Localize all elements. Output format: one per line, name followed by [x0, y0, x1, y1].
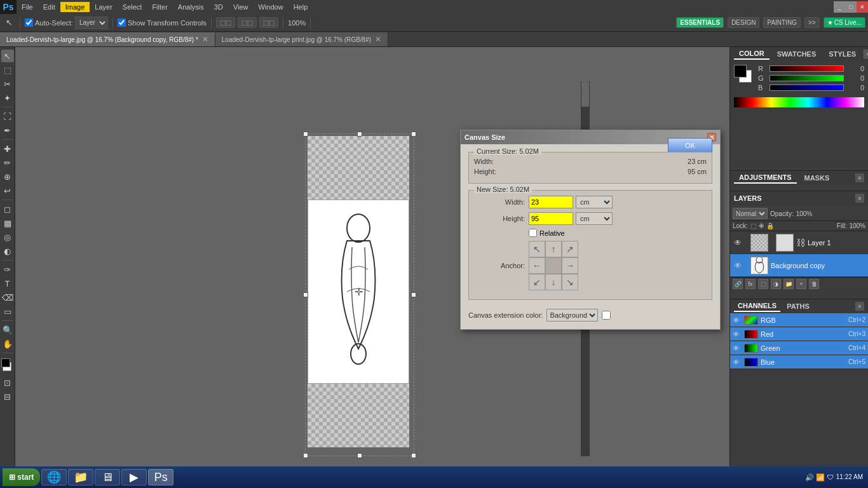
tool-text[interactable]: T	[1, 277, 14, 290]
layers-options-btn[interactable]: ≡	[855, 194, 864, 203]
menu-3d[interactable]: 3D	[209, 2, 228, 12]
tool-move[interactable]: ↖	[1, 50, 14, 62]
menu-file[interactable]: File	[17, 2, 38, 12]
anchor-tr[interactable]: ↗	[562, 241, 578, 257]
tab-channels[interactable]: CHANNELS	[734, 301, 780, 312]
handle-bl[interactable]	[303, 453, 308, 458]
canvas-content[interactable]: ✛	[308, 200, 409, 384]
layer-delete-btn[interactable]: 🗑	[809, 279, 819, 289]
maximize-button[interactable]: □	[845, 1, 857, 13]
layer-1-visibility[interactable]: 👁	[733, 238, 743, 248]
channel-row-blue[interactable]: 👁 Blue Ctrl+5	[730, 355, 868, 369]
lock-pos-icon[interactable]: ✙	[759, 222, 764, 229]
bg-copy-visibility[interactable]: 👁	[733, 261, 743, 271]
menu-view[interactable]: View	[228, 2, 254, 12]
cs-live-btn[interactable]: ★ CS Live...	[824, 17, 865, 28]
tool-zoom[interactable]: 🔍	[1, 323, 14, 336]
menu-window[interactable]: Window	[254, 2, 288, 12]
layer-folder-btn[interactable]: 📁	[783, 279, 794, 289]
tab-swatches[interactable]: SWATCHES	[772, 49, 822, 59]
g-slider-track[interactable]	[770, 75, 844, 81]
channel-row-rgb[interactable]: 👁 RGB Ctrl+2	[730, 313, 868, 327]
essentials-btn[interactable]: ESSENTIALS	[676, 17, 724, 28]
close-button[interactable]: ✕	[857, 1, 868, 13]
width-input[interactable]	[529, 196, 573, 208]
green-visibility[interactable]: 👁	[733, 344, 742, 352]
anchor-ml[interactable]: ←	[529, 257, 545, 274]
tool-screen-mode[interactable]: ⊟	[1, 390, 14, 403]
tool-heal[interactable]: ✚	[1, 142, 14, 155]
tool-path[interactable]: ⌫	[1, 291, 14, 304]
design-btn[interactable]: DESIGN	[728, 17, 759, 28]
auto-select-check[interactable]: Auto-Select: Layer	[25, 17, 108, 29]
minimize-button[interactable]: _	[834, 1, 845, 13]
tab-2-close[interactable]: ✕	[375, 35, 381, 44]
handle-bc[interactable]	[357, 453, 362, 458]
tab-1-close[interactable]: ✕	[202, 35, 208, 44]
menu-image[interactable]: Image	[60, 2, 90, 12]
menu-layer[interactable]: Layer	[90, 2, 118, 12]
fg-color-swatch[interactable]	[1, 358, 10, 367]
b-slider-track[interactable]	[770, 85, 844, 91]
anchor-bl[interactable]: ↙	[529, 274, 545, 290]
tool-quickmask[interactable]: ⊡	[1, 376, 14, 389]
menu-analysis[interactable]: Analysis	[173, 2, 209, 12]
handle-br[interactable]	[411, 453, 416, 458]
tool-lasso[interactable]: ✂	[1, 78, 14, 90]
color-picker[interactable]	[1, 358, 14, 374]
panel-options-btn[interactable]: ≡	[864, 50, 868, 58]
tab-paths[interactable]: PATHS	[783, 301, 813, 311]
adj-options-btn[interactable]: ≡	[855, 173, 864, 182]
layer-fx-btn[interactable]: fx	[745, 279, 756, 289]
tab-styles[interactable]: STYLES	[824, 49, 861, 59]
tool-shape[interactable]: ▭	[1, 305, 14, 318]
lock-pixel-icon[interactable]: ⬚	[750, 222, 756, 229]
tool-gradient[interactable]: ▩	[1, 217, 14, 229]
tool-eraser[interactable]: ◻	[1, 203, 14, 215]
start-button[interactable]: ⊞ start	[3, 468, 40, 486]
tool-blur[interactable]: ◎	[1, 231, 14, 243]
anchor-tl[interactable]: ↖	[529, 241, 545, 257]
tool-hand[interactable]: ✋	[1, 337, 14, 350]
align-btn2[interactable]: ⬚⬚	[238, 17, 257, 28]
align-btn1[interactable]: ⬚⬚	[216, 17, 235, 28]
anchor-mc[interactable]	[545, 257, 562, 274]
align-btn3[interactable]: ⬚⬚	[259, 17, 278, 28]
anchor-tc[interactable]: ↑	[545, 241, 562, 257]
tab-1[interactable]: Loaded-Dervish-tp-large.jpg @ 16.7% (Bac…	[0, 32, 215, 46]
relative-checkbox[interactable]	[529, 229, 537, 237]
channel-row-red[interactable]: 👁 Red Ctrl+3	[730, 327, 868, 341]
canvas-ext-select[interactable]: Background Foreground White Black Other.…	[546, 309, 598, 322]
layer-row-1[interactable]: 👁 ⛓ Layer 1	[730, 231, 868, 254]
tool-clone[interactable]: ⊕	[1, 170, 14, 183]
red-visibility[interactable]: 👁	[733, 330, 742, 338]
anchor-bc[interactable]: ↓	[545, 274, 562, 290]
auto-select-checkbox[interactable]	[25, 18, 33, 27]
tab-masks[interactable]: MASKS	[799, 173, 835, 183]
menu-edit[interactable]: Edit	[38, 2, 60, 12]
tab-2[interactable]: Loaded-Dervish-tp-large print.jpg @ 16.7…	[215, 32, 388, 46]
lock-all-icon[interactable]: 🔒	[766, 222, 774, 229]
taskbar-photoshop[interactable]: Ps	[148, 469, 173, 485]
more-btn[interactable]: >>	[804, 17, 820, 28]
move-tool-btn[interactable]: ↖	[3, 17, 15, 29]
tab-color[interactable]: COLOR	[734, 48, 770, 60]
layer-new-btn[interactable]: +	[796, 279, 806, 289]
channel-row-green[interactable]: 👁 Green Ctrl+4	[730, 341, 868, 355]
anchor-br[interactable]: ↘	[562, 274, 578, 290]
tool-select[interactable]: ⬚	[1, 64, 14, 76]
channels-options-btn[interactable]: ≡	[855, 302, 864, 311]
canvas-ext-checkbox[interactable]	[602, 311, 611, 320]
anchor-mr[interactable]: →	[562, 257, 578, 274]
handle-tr[interactable]	[411, 132, 416, 137]
rgb-visibility[interactable]: 👁	[733, 316, 742, 324]
blue-visibility[interactable]: 👁	[733, 358, 742, 366]
taskbar-monitor[interactable]: 🖥	[95, 469, 120, 485]
transform-checkbox[interactable]	[118, 18, 126, 27]
painting-btn[interactable]: PAINTING	[763, 17, 800, 28]
menu-filter[interactable]: Filter	[147, 2, 172, 12]
layer-mask-btn[interactable]: ⬚	[758, 279, 768, 289]
ok-button[interactable]: OK	[668, 138, 712, 153]
color-spectrum[interactable]	[734, 97, 864, 107]
width-unit-select[interactable]: cm pixels inches mm %	[576, 196, 613, 208]
